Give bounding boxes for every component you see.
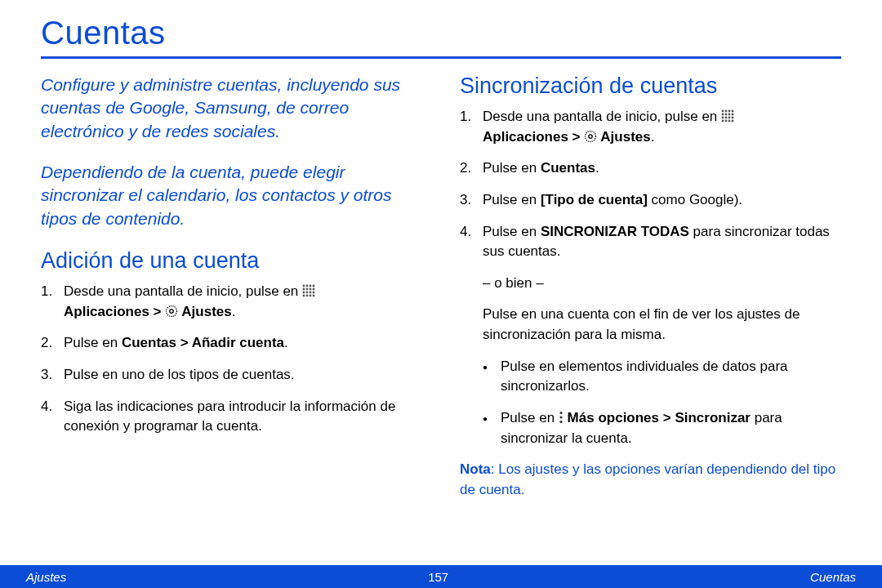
bold-text: Ajustes (597, 129, 651, 145)
svg-point-32 (728, 120, 731, 122)
svg-point-1 (306, 285, 309, 287)
svg-point-22 (722, 114, 724, 116)
intro-paragraph-2: Dependiendo de la cuenta, puede elegir s… (41, 161, 422, 230)
page-title: Cuentas (41, 15, 841, 51)
svg-point-17 (170, 310, 173, 313)
step-text: . (595, 160, 599, 176)
svg-point-8 (303, 292, 305, 294)
bold-text: SINCRONIZAR TODAS (541, 224, 689, 239)
svg-point-5 (306, 288, 309, 291)
step-text: Pulse en (64, 335, 122, 350)
step-text: . (651, 129, 655, 145)
bold-text: Ajustes (178, 304, 232, 319)
intro-paragraph-1: Configure y administre cuentas, incluyen… (41, 74, 422, 143)
apps-grid-icon (302, 284, 315, 297)
svg-point-12 (303, 295, 305, 297)
note-label: Nota (460, 461, 491, 477)
svg-point-4 (303, 288, 305, 291)
or-text: Pulse en una cuenta con el fin de ver lo… (460, 305, 841, 345)
svg-point-25 (732, 114, 734, 116)
title-rule (41, 56, 841, 59)
step-text: Pulse en (483, 192, 541, 207)
svg-point-9 (306, 292, 309, 294)
svg-point-36 (559, 412, 562, 414)
settings-gear-icon (165, 305, 178, 318)
bold-text: Más opciones > Sincronizar (564, 410, 751, 425)
list-item: Pulse en SINCRONIZAR TODAS para sincroni… (460, 222, 841, 262)
settings-gear-icon (584, 130, 597, 143)
list-item: Pulse en uno de los tipos de cuentas. (41, 365, 422, 385)
svg-point-13 (306, 295, 309, 297)
svg-point-24 (728, 114, 731, 116)
step-text: . (232, 304, 236, 319)
sync-accounts-steps: Desde una pantalla de inicio, pulse en A… (460, 107, 841, 262)
or-divider: – o bien – (460, 274, 841, 294)
footer-left: Ajustes (26, 570, 66, 584)
list-item: Pulse en Cuentas > Añadir cuenta. (41, 333, 422, 354)
svg-point-18 (722, 110, 724, 113)
svg-point-34 (586, 131, 596, 141)
footer-right: Cuentas (810, 570, 856, 584)
apps-grid-icon (721, 109, 734, 122)
step-text: . (284, 335, 288, 350)
svg-point-31 (725, 120, 728, 122)
svg-point-26 (722, 117, 724, 119)
svg-point-14 (310, 295, 312, 297)
bold-text: Aplicaciones > (483, 129, 584, 145)
svg-point-10 (310, 292, 312, 294)
svg-point-6 (310, 288, 312, 291)
svg-point-30 (722, 120, 724, 122)
section-heading-sync-accounts: Sincronización de cuentas (460, 74, 841, 99)
list-item: Desde una pantalla de inicio, pulse en A… (460, 107, 841, 147)
page-footer: Ajustes 157 Cuentas (0, 565, 882, 588)
bold-text: Aplicaciones > (64, 304, 165, 319)
list-item: Pulse en elementos individuales de datos… (483, 357, 841, 397)
add-account-steps: Desde una pantalla de inicio, pulse en A… (41, 282, 422, 437)
bold-text: Cuentas (541, 160, 595, 176)
list-item: Siga las indicaciones para introducir la… (41, 397, 422, 437)
svg-point-3 (313, 285, 315, 287)
bold-text: Cuentas > Añadir cuenta (122, 335, 284, 350)
footer-page-number: 157 (428, 570, 448, 584)
svg-point-35 (589, 134, 592, 137)
svg-point-38 (559, 421, 562, 423)
list-item: Pulse en Cuentas. (460, 158, 841, 179)
bold-text: [Tipo de cuenta] (541, 192, 648, 207)
list-item: Pulse en Más opciones > Sincronizar para… (483, 408, 841, 448)
manual-page: Cuentas Configure y administre cuentas, … (0, 0, 882, 588)
svg-point-7 (313, 288, 315, 291)
svg-point-2 (310, 285, 312, 287)
step-text: como Google). (648, 192, 742, 207)
list-item: Pulse en [Tipo de cuenta] como Google). (460, 190, 841, 211)
left-column: Configure y administre cuentas, incluyen… (41, 74, 422, 501)
two-column-layout: Configure y administre cuentas, incluyen… (41, 74, 841, 501)
svg-point-20 (728, 110, 731, 113)
svg-point-33 (732, 120, 734, 122)
svg-point-37 (559, 416, 562, 418)
step-text: Desde una pantalla de inicio, pulse en (483, 109, 721, 124)
note-body: : Los ajustes y las opciones varían depe… (460, 461, 835, 497)
step-text: Pulse en (501, 410, 559, 425)
svg-point-28 (728, 117, 731, 119)
svg-point-21 (732, 110, 734, 113)
note-text: Nota: Los ajustes y las opciones varían … (460, 460, 841, 500)
step-text: Desde una pantalla de inicio, pulse en (64, 283, 302, 299)
svg-point-0 (303, 285, 305, 287)
svg-point-29 (732, 117, 734, 119)
sync-sub-bullets: Pulse en elementos individuales de datos… (460, 357, 841, 449)
section-heading-add-account: Adición de una cuenta (41, 248, 422, 274)
step-text: Pulse en (483, 224, 541, 239)
right-column: Sincronización de cuentas Desde una pant… (460, 74, 841, 501)
list-item: Desde una pantalla de inicio, pulse en A… (41, 282, 422, 322)
svg-point-23 (725, 114, 728, 116)
svg-point-27 (725, 117, 728, 119)
step-text: Pulse en (483, 160, 541, 176)
svg-point-19 (725, 110, 728, 113)
svg-point-16 (167, 305, 177, 316)
svg-point-15 (313, 295, 315, 297)
svg-point-11 (313, 292, 315, 294)
